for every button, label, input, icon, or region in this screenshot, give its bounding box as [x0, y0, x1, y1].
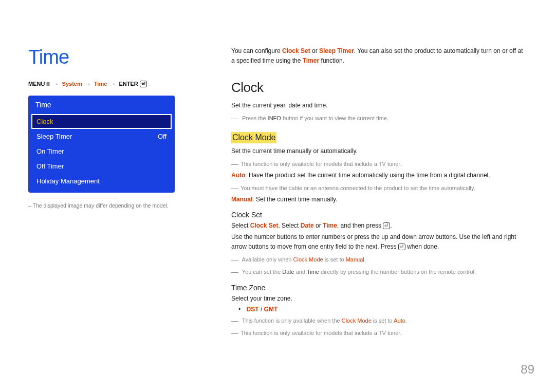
menu-list: Clock Sleep Timer Off On Timer Off Timer…: [28, 114, 175, 189]
note-text: Press the: [242, 115, 268, 121]
intro-sleep-timer: Sleep Timer: [319, 47, 354, 54]
intro-suffix: function.: [319, 57, 344, 64]
manual-label: Manual: [231, 196, 252, 203]
menu-item-value: Off: [158, 133, 166, 140]
note-text: Available only when: [242, 256, 293, 263]
divider: [28, 198, 116, 198]
left-column: Time MENU Ⅲ → System → Time → ENTER ⏎ Ti…: [28, 46, 203, 340]
menu-item-label: Sleep Timer: [36, 133, 72, 140]
arrow-icon: →: [85, 81, 91, 87]
clock-mode-desc: Set the current time manually or automat…: [231, 146, 527, 156]
menu-item-clock[interactable]: Clock: [31, 114, 172, 129]
auto-text: : Have the product set the current time …: [245, 172, 490, 179]
right-column: You can configure Clock Set or Sleep Tim…: [231, 46, 527, 340]
note-text: .: [405, 318, 407, 324]
note-text: .: [364, 256, 366, 263]
note-text: is set to: [372, 318, 394, 324]
intro-clock-set: Clock Set: [282, 47, 310, 54]
menu-item-label: Off Timer: [36, 162, 64, 170]
clock-set-note-remote: You can set the Date and Time directly b…: [231, 266, 527, 277]
page-number: 89: [521, 362, 534, 377]
auto-label: Auto: [231, 172, 245, 179]
menu-item-label: Holiday Management: [36, 177, 100, 185]
cs-mid: . Select: [278, 222, 300, 229]
note-manual: Manual: [346, 256, 364, 263]
tz-dst: DST: [247, 306, 259, 313]
page-title: Time: [28, 46, 203, 68]
clock-heading: Clock: [231, 80, 527, 96]
menu-item-label: On Timer: [36, 147, 64, 155]
enter-icon: ⏎: [140, 81, 147, 87]
note-text: and: [294, 269, 307, 275]
cs-prefix: Select: [231, 222, 250, 229]
arrow-icon: →: [53, 81, 59, 87]
note-text: This function is only available when the: [242, 318, 342, 324]
cs-or: or: [314, 222, 323, 229]
clock-info-note: Press the INFO button if you want to vie…: [231, 113, 527, 124]
image-footnote: – The displayed image may differ dependi…: [28, 202, 203, 209]
note-clock-mode: Clock Mode: [293, 256, 323, 263]
time-zone-note-tuner: This function is only available for mode…: [231, 327, 527, 339]
breadcrumb-system: System: [62, 81, 82, 87]
enter-icon: ⏎: [398, 244, 405, 250]
enter-icon: ⏎: [383, 222, 390, 229]
note-time: Time: [307, 269, 319, 275]
clock-mode-auto-note: You must have the cable or an antenna co…: [231, 182, 527, 194]
menu-card: Time Clock Sleep Timer Off On Timer Off …: [28, 96, 175, 193]
menu-item-sleep-timer[interactable]: Sleep Timer Off: [28, 129, 175, 144]
note-text: button if you want to view the current t…: [281, 115, 388, 121]
cs-clock-set: Clock Set: [250, 222, 279, 229]
clock-set-line2: Use the number buttons to enter numbers …: [231, 232, 527, 251]
time-zone-desc: Select your time zone.: [231, 294, 527, 304]
menu-item-on-timer[interactable]: On Timer: [28, 144, 175, 159]
cs-time: Time: [323, 222, 337, 229]
intro-paragraph: You can configure Clock Set or Sleep Tim…: [231, 46, 527, 65]
clock-set-note-avail: Available only when Clock Mode is set to…: [231, 254, 527, 265]
breadcrumb: MENU Ⅲ → System → Time → ENTER ⏎: [28, 81, 203, 87]
time-zone-note-auto: This function is only available when the…: [231, 315, 527, 326]
note-text: directly by pressing the number buttons …: [319, 269, 476, 275]
clock-mode-tuner-note: This function is only available for mode…: [231, 158, 527, 170]
clock-mode-manual-line: Manual: Set the current time manually.: [231, 195, 527, 204]
clock-mode-heading: Clock Mode: [231, 132, 276, 143]
cs-suffix: , and then press: [337, 222, 383, 229]
cs-l2b: when done.: [405, 243, 439, 250]
time-zone-bullet: DST / GMT: [238, 306, 527, 313]
menu-card-title: Time: [28, 96, 175, 114]
menu-icon: Ⅲ: [46, 81, 50, 87]
cs-end: .: [390, 222, 392, 229]
note-clock-mode: Clock Mode: [342, 318, 372, 324]
cs-l2a: Use the number buttons to enter numbers …: [231, 233, 516, 250]
breadcrumb-time: Time: [94, 81, 107, 87]
menu-item-holiday-management[interactable]: Holiday Management: [28, 174, 175, 189]
clock-desc: Set the current year, date and time.: [231, 101, 527, 110]
clock-set-line1: Select Clock Set. Select Date or Time, a…: [231, 221, 527, 231]
clock-mode-auto-line: Auto: Have the product set the current t…: [231, 171, 527, 180]
intro-prefix: You can configure: [231, 47, 282, 54]
note-info-bold: INFO: [268, 115, 281, 121]
arrow-icon: →: [110, 81, 116, 87]
menu-item-label: Clock: [36, 118, 53, 125]
clock-set-heading: Clock Set: [231, 211, 527, 219]
intro-or: or: [310, 47, 319, 54]
tz-sep: /: [259, 306, 264, 313]
breadcrumb-enter: ENTER: [119, 81, 138, 87]
note-text: is set to: [323, 256, 346, 263]
intro-timer: Timer: [303, 57, 319, 64]
note-text: You can set the: [242, 269, 283, 275]
tz-gmt: GMT: [264, 306, 278, 313]
breadcrumb-menu: MENU: [28, 81, 45, 87]
note-auto: Auto: [394, 318, 405, 324]
time-zone-heading: Time Zone: [231, 284, 527, 292]
manual-text: : Set the current time manually.: [252, 196, 337, 203]
cs-date: Date: [301, 222, 314, 229]
menu-item-off-timer[interactable]: Off Timer: [28, 159, 175, 174]
note-date: Date: [282, 269, 294, 275]
